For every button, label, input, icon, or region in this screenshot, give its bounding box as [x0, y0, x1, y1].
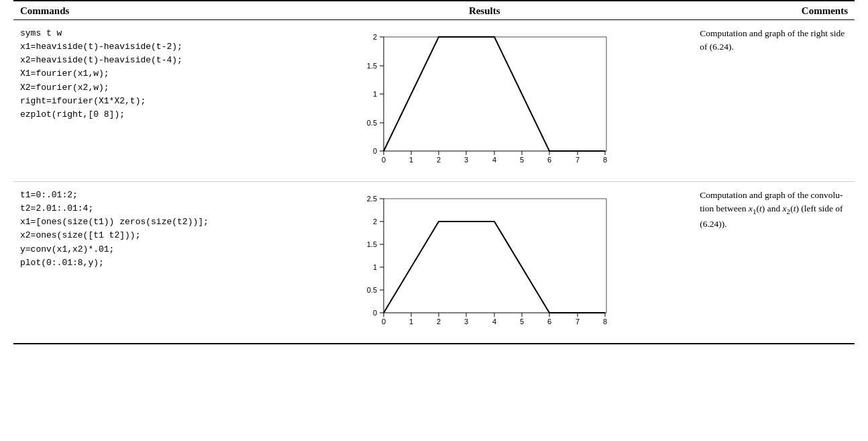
table-row: syms t w x1=heaviside(t)-heaviside(t-2);… [13, 20, 855, 182]
code-block-2: t1=0:.01:2; t2=2.01:.01:4; x1=[ones(size… [13, 182, 282, 344]
x-label-8: 8 [603, 156, 607, 164]
y2-label-25: 2.5 [367, 195, 377, 203]
x2-label-3: 3 [464, 317, 468, 326]
graph-2: 0 0.5 1 1.5 2 2.5 0 1 2 3 4 5 6 [357, 189, 612, 336]
graph-cell-1: 0 0.5 1 1.5 2 0 1 2 3 4 5 6 7 [282, 20, 686, 182]
y2-label-15: 1.5 [367, 240, 377, 248]
x2-label-1: 1 [409, 317, 413, 326]
y2-label-2: 2 [373, 217, 377, 226]
graph-1: 0 0.5 1 1.5 2 0 1 2 3 4 5 6 7 [357, 27, 612, 175]
col-header-commands: Commands [13, 1, 282, 20]
x2-label-8: 8 [603, 317, 607, 326]
graph-line-1 [384, 37, 605, 151]
y2-label-1: 1 [373, 263, 377, 271]
x-label-4: 4 [492, 156, 496, 164]
x2-label-7: 7 [576, 317, 580, 326]
y-label-1: 1 [373, 90, 377, 98]
col-header-comments: Comments [686, 1, 855, 20]
x-label-5: 5 [520, 156, 524, 164]
x2-label-2: 2 [437, 317, 441, 326]
x-label-6: 6 [547, 156, 551, 164]
table-row: t1=0:.01:2; t2=2.01:.01:4; x1=[ones(size… [13, 182, 855, 344]
x-label-3: 3 [464, 156, 468, 164]
x-label-7: 7 [576, 156, 580, 164]
y-label-2: 2 [373, 33, 377, 41]
x-label-0: 0 [382, 156, 386, 164]
comment-cell-2: Computation and graph of the convolu­tio… [686, 182, 855, 344]
x2-label-5: 5 [520, 317, 524, 326]
x2-label-0: 0 [382, 317, 386, 326]
col-header-results: Results [282, 1, 686, 20]
code-block-1: syms t w x1=heaviside(t)-heaviside(t-2);… [13, 20, 282, 182]
y-label-0: 0 [373, 147, 377, 155]
graph-line-2 [384, 222, 605, 313]
y-label-15: 1.5 [367, 62, 377, 70]
y2-label-05: 0.5 [367, 286, 377, 294]
y2-label-0: 0 [373, 309, 377, 317]
main-container: Commands Results Comments syms t w x1=he… [0, 0, 868, 344]
x2-label-6: 6 [547, 317, 551, 326]
graph-cell-2: 0 0.5 1 1.5 2 2.5 0 1 2 3 4 5 6 [282, 182, 686, 344]
comment-cell-1: Computation and graph of the right side … [686, 20, 855, 182]
x-label-2: 2 [437, 156, 441, 164]
x2-label-4: 4 [492, 317, 496, 326]
x-label-1: 1 [409, 156, 413, 164]
y-label-05: 0.5 [367, 119, 377, 127]
